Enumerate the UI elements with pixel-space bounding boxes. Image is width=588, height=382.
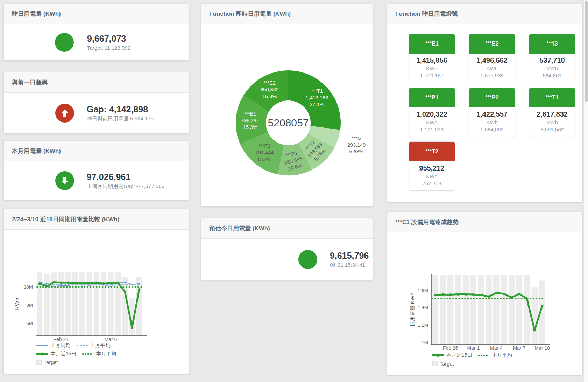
- y-tick-label: 1.2M: [418, 322, 428, 328]
- data-point: [541, 305, 544, 307]
- green-status-circle-down: [55, 171, 74, 190]
- legend-item-[interactable]: 本月平均: [82, 351, 116, 357]
- data-point: [74, 282, 76, 284]
- target-bar: [432, 275, 438, 345]
- tile-unit: KWh: [409, 119, 455, 125]
- tile-name: ***T1: [529, 88, 575, 107]
- month-value: 97,026,961: [87, 172, 164, 182]
- data-point: [472, 293, 475, 296]
- data-point: [457, 293, 459, 296]
- tile-unit: KWh: [529, 65, 575, 71]
- month-gap-subtitle: 上個月同期用電Gap: -17,377,566: [87, 183, 164, 190]
- green-status-circle-estimate: [298, 250, 317, 269]
- energy-dashboard: 昨日用電量 (KWh) 9,667,073 Target: 11,128,992…: [0, 0, 588, 382]
- card-yesterday-usage: 昨日用電量 (KWh) 9,667,073 Target: 11,128,992: [3, 4, 189, 61]
- card-trend-chart: ***E1 設備用電達成趨勢 1M1.2M1.4M1.6MFeb 26Mar 1…: [387, 212, 583, 375]
- tile-value: 1,415,856: [409, 56, 455, 64]
- data-point: [102, 282, 105, 285]
- target-bar: [101, 272, 106, 335]
- data-point: [488, 295, 490, 298]
- tile-name: ***E2: [469, 34, 515, 54]
- data-point: [124, 291, 126, 293]
- arrow-down-icon: [60, 176, 70, 186]
- donut-center-total: 5208057: [268, 117, 309, 129]
- data-point: [67, 281, 69, 284]
- compare-line-chart: 6M8M10MFeb 27Mar 6KWh: [4, 229, 189, 348]
- x-tick-label: Feb 27: [53, 336, 69, 342]
- target-bar: [440, 275, 446, 345]
- target-bar: [501, 275, 507, 345]
- tile-target: 3,591,562: [529, 126, 575, 132]
- card-realtime-donut: Function 即時日用電量 (KWh) ***T11,413,18327.1…: [201, 4, 373, 207]
- data-point: [518, 293, 520, 295]
- legend-item-[interactable]: 本月平均: [478, 352, 512, 358]
- legend-label: 本月平均: [96, 350, 116, 357]
- y-tick-label: 1M: [421, 340, 428, 345]
- target-bar: [470, 275, 477, 345]
- x-tick-label: Mar 10: [534, 345, 550, 351]
- arrow-up-icon: [60, 108, 70, 118]
- legend-item-target[interactable]: Target: [432, 361, 454, 367]
- tile-value: 2,817,832: [529, 110, 575, 118]
- data-point: [88, 282, 91, 284]
- tile-i3: ***I3537,710KWh584,861: [529, 34, 575, 83]
- legend-item-15[interactable]: 本月近15日: [432, 352, 472, 358]
- card-lights: Function 昨日用電燈號 ***E11,415,856KWh1,700,1…: [387, 4, 583, 202]
- legend-label: Target: [440, 361, 454, 367]
- target-bar: [493, 275, 500, 345]
- card-compare-title: 2/24~3/10 近15日同期用電量比較 (KWh): [4, 209, 189, 230]
- data-point: [60, 281, 62, 284]
- legend-item-[interactable]: 上月同期: [36, 342, 71, 348]
- card-gap-prev-day: 與前一日差異 Gap: 4,142,898 昨日與前日用電量 5,524,175: [3, 72, 189, 134]
- trend-legend: 本月近15日本月平均Target: [432, 352, 544, 369]
- tile-name: ***P1: [409, 88, 455, 107]
- realtime-donut-chart: ***T11,413,18327.1%***I3293,1495.63%***T…: [201, 24, 373, 207]
- green-status-circle: [55, 33, 74, 52]
- legend-label: 本月近15日: [50, 350, 76, 357]
- compare-legend: 上月同期上月平均本月近15日本月平均Target: [36, 342, 148, 368]
- x-tick-label: Mar 4: [490, 345, 503, 351]
- legend-label: 本月近15日: [446, 352, 472, 359]
- target-bar: [463, 275, 469, 345]
- red-status-circle: [55, 104, 74, 123]
- data-point: [109, 282, 112, 284]
- tile-name: ***I3: [529, 34, 575, 54]
- target-bar: [79, 272, 85, 335]
- trend-line-chart: 1M1.2M1.4M1.6MFeb 26Mar 1Mar 4Mar 7Mar 1…: [387, 232, 583, 353]
- legend-label: Target: [44, 360, 58, 365]
- target-bar: [478, 275, 484, 345]
- x-tick-label: Feb 26: [443, 345, 458, 351]
- tile-value: 1,422,557: [469, 110, 515, 118]
- tile-p2: ***P21,422,557KWh1,684,092: [469, 88, 515, 137]
- data-point: [480, 294, 482, 296]
- tile-unit: KWh: [469, 65, 515, 71]
- data-point: [46, 283, 48, 284]
- legend-item-15[interactable]: 本月近15日: [36, 351, 76, 357]
- tile-value: 537,710: [529, 56, 575, 64]
- target-bar: [509, 275, 515, 345]
- data-point: [38, 282, 41, 285]
- card-compare-chart: 2/24~3/10 近15日同期用電量比較 (KWh) 6M8M10MFeb 2…: [3, 209, 189, 374]
- tile-value: 1,496,662: [469, 56, 515, 64]
- legend-item-target[interactable]: Target: [36, 359, 58, 365]
- y-tick-label: 1.4M: [418, 305, 428, 310]
- x-tick-label: Mar 6: [105, 336, 117, 342]
- tile-unit: KWh: [469, 119, 515, 125]
- card-trend-title: ***E1 設備用電達成趨勢: [387, 212, 582, 232]
- card-month-title: 本月用電量 (KWh): [4, 141, 189, 161]
- vertical-scrollbar-thumb[interactable]: [585, 1, 588, 102]
- tile-value: 1,020,322: [409, 110, 455, 118]
- tile-unit: KWh: [409, 173, 455, 179]
- tile-p1: ***P11,020,322KWh1,121,613: [409, 88, 455, 137]
- vertical-scrollbar-track[interactable]: [583, 0, 588, 382]
- data-point: [495, 292, 497, 294]
- tile-name: ***P2: [469, 88, 515, 107]
- y-axis-title: 日用電量 KWh: [409, 293, 415, 327]
- target-bar: [516, 275, 523, 345]
- legend-item-[interactable]: 上月平均: [76, 342, 111, 348]
- donut-label-i3: ***I3293,1495.63%: [347, 136, 366, 154]
- target-bar: [447, 275, 454, 345]
- tile-target: 1,684,092: [469, 126, 515, 132]
- target-bar: [486, 275, 492, 345]
- target-bar: [455, 275, 461, 345]
